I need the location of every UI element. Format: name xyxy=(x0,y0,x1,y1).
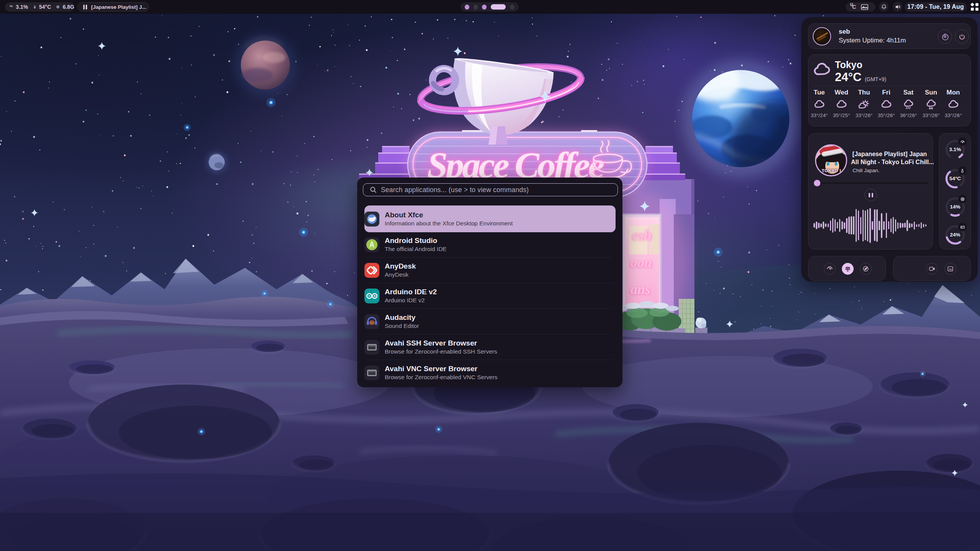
svg-text:esh: esh xyxy=(632,227,652,243)
svg-text:ans: ans xyxy=(630,282,650,297)
svg-text:oon: oon xyxy=(630,255,652,270)
